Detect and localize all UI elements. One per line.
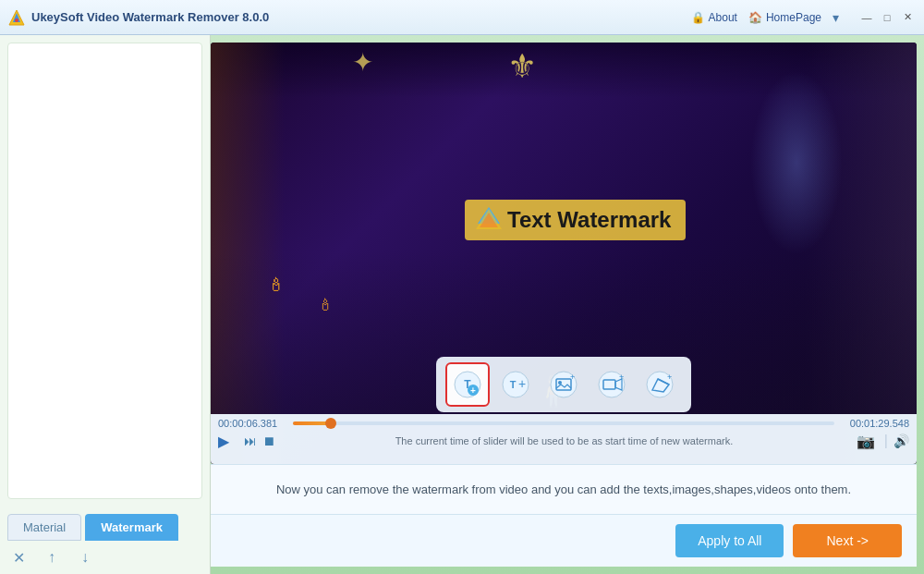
- text-plus-icon: T +: [501, 370, 530, 399]
- content-area: ⚜ ✦ 🕯 🕯 🧍 Text Watermark: [211, 35, 924, 574]
- step-forward-button[interactable]: ⏭: [244, 434, 257, 448]
- video-plus-icon: +: [597, 370, 626, 399]
- app-title: UkeySoft Video Watermark Remover 8.0.0: [31, 10, 269, 24]
- video-background: ⚜ ✦ 🕯 🕯 🧍 Text Watermark: [211, 43, 917, 464]
- sidebar-controls: ✕ ↑ ↓: [0, 541, 210, 574]
- svg-text:+: +: [518, 376, 526, 391]
- scene-window-glow: [750, 70, 843, 255]
- video-player: ⚜ ✦ 🕯 🕯 🧍 Text Watermark: [211, 43, 917, 464]
- time-current: 00:00:06.381: [218, 418, 287, 429]
- chandelier-left-icon: ✦: [352, 47, 373, 78]
- video-toolbar: T + T +: [436, 357, 691, 412]
- stop-button[interactable]: ⏹: [262, 434, 275, 448]
- svg-marker-5: [476, 209, 502, 229]
- title-bar-left: UkeySoft Video Watermark Remover 8.0.0: [7, 8, 269, 27]
- add-video-button[interactable]: +: [590, 362, 634, 407]
- time-hint-text: The current time of slider will be used …: [281, 435, 847, 446]
- home-icon: 🏠: [748, 11, 762, 24]
- add-image-button[interactable]: +: [541, 362, 586, 407]
- move-down-button[interactable]: ↓: [74, 546, 96, 568]
- screenshot-button[interactable]: 📷: [853, 431, 879, 451]
- playback-bar: 00:00:06.381 00:01:29.548 ▶ ⏭ ⏹ The curr…: [211, 414, 917, 464]
- svg-point-2: [15, 18, 18, 22]
- text-watermark-icon: T +: [453, 370, 482, 399]
- minimize-button[interactable]: —: [857, 9, 876, 26]
- close-button[interactable]: ✕: [898, 9, 917, 26]
- remove-watermark-button[interactable]: +: [638, 362, 682, 407]
- volume-divider: |: [884, 433, 888, 449]
- sidebar-tabs: Material Watermark: [0, 507, 210, 541]
- homepage-button[interactable]: 🏠 HomePage: [748, 11, 821, 24]
- add-text-watermark-button[interactable]: T +: [445, 362, 490, 407]
- about-button[interactable]: 🔒 About: [691, 11, 737, 24]
- image-plus-icon: +: [549, 370, 578, 399]
- app-icon: [7, 8, 26, 27]
- apply-to-all-button[interactable]: Apply to All: [675, 524, 784, 557]
- info-bar: Now you can remove the watermark from vi…: [211, 464, 917, 514]
- torch-left2-icon: 🕯: [317, 296, 334, 315]
- title-bar-right: 🔒 About 🏠 HomePage ▾ — □ ✕: [691, 9, 917, 26]
- progress-thumb[interactable]: [325, 418, 336, 429]
- volume-button[interactable]: 🔊: [894, 434, 909, 448]
- add-text-button[interactable]: T +: [493, 362, 538, 407]
- svg-text:T: T: [510, 379, 517, 390]
- action-bar: Apply to All Next ->: [211, 514, 917, 567]
- next-button[interactable]: Next ->: [793, 524, 902, 557]
- delete-item-button[interactable]: ✕: [7, 546, 30, 568]
- svg-text:+: +: [570, 372, 575, 382]
- sidebar: Material Watermark ✕ ↑ ↓: [0, 35, 211, 574]
- move-up-button[interactable]: ↑: [41, 546, 63, 568]
- main-container: Material Watermark ✕ ↑ ↓ ⚜ ✦ 🕯: [0, 35, 924, 574]
- svg-text:+: +: [470, 385, 476, 396]
- watermark-overlay[interactable]: Text Watermark: [465, 200, 686, 240]
- svg-text:+: +: [619, 372, 624, 382]
- eraser-plus-icon: +: [645, 370, 675, 399]
- svg-point-15: [558, 381, 562, 385]
- chandelier-icon: ⚜: [507, 47, 537, 86]
- sidebar-content: [7, 43, 202, 499]
- tab-material[interactable]: Material: [7, 514, 81, 541]
- window-controls: — □ ✕: [857, 9, 917, 26]
- svg-text:+: +: [667, 372, 672, 382]
- time-total: 00:01:29.548: [840, 418, 909, 429]
- dropdown-icon[interactable]: ▾: [833, 10, 839, 25]
- progress-row: 00:00:06.381 00:01:29.548: [218, 418, 909, 429]
- torch-left-icon: 🕯: [267, 275, 286, 296]
- controls-row: ▶ ⏭ ⏹ The current time of slider will be…: [218, 431, 909, 451]
- tab-watermark[interactable]: Watermark: [85, 514, 178, 541]
- watermark-text: Text Watermark: [507, 207, 671, 233]
- progress-track[interactable]: [293, 421, 834, 425]
- watermark-logo-icon: [474, 205, 504, 235]
- lock-icon: 🔒: [691, 11, 705, 24]
- play-button[interactable]: ▶: [218, 431, 238, 451]
- title-bar: UkeySoft Video Watermark Remover 8.0.0 🔒…: [0, 0, 924, 35]
- info-message: Now you can remove the watermark from vi…: [276, 482, 851, 496]
- maximize-button[interactable]: □: [878, 9, 896, 26]
